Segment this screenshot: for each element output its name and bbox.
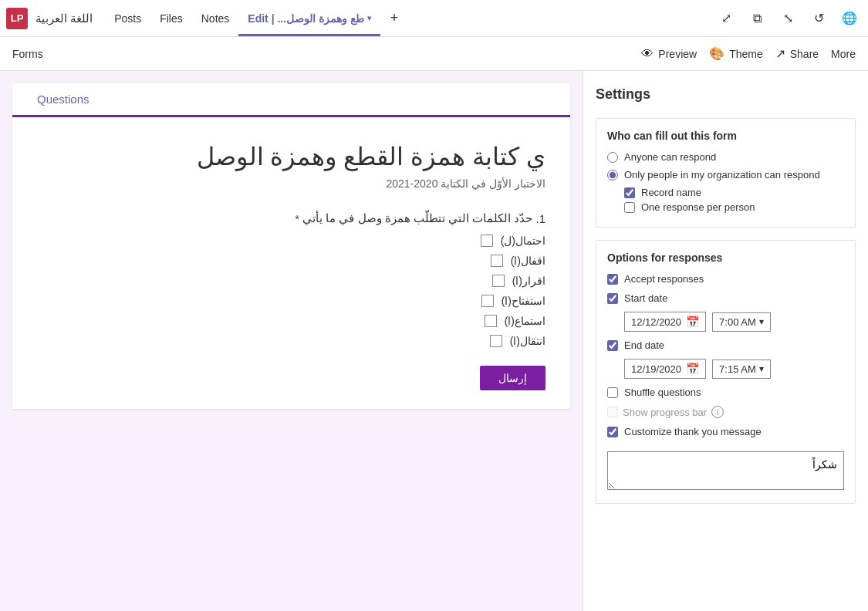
progress-bar-row: Show progress bar i — [607, 406, 844, 418]
form-content: ي كتابة همزة القطع وهمزة الوصل الاختبار … — [12, 117, 570, 409]
end-date-row[interactable]: End date — [607, 339, 844, 351]
accept-responses-row[interactable]: Accept responses — [607, 273, 844, 285]
form-title: ي كتابة همزة القطع وهمزة الوصل — [37, 142, 545, 171]
question-1: 1. حدّد الكلمات التي تتطلّب همزة وصل في … — [37, 211, 545, 347]
shuffle-row[interactable]: Shuffle questions — [607, 387, 844, 398]
start-time-chevron-icon: ▾ — [759, 316, 764, 327]
shuffle-label: Shuffle questions — [624, 387, 701, 398]
progress-bar-checkbox — [607, 407, 618, 417]
more-button[interactable]: More — [831, 48, 856, 60]
form-area: Questions ي كتابة همزة القطع وهمزة الوصل… — [12, 83, 570, 409]
anyone-radio[interactable] — [607, 152, 618, 163]
org-only-option[interactable]: Only people in my organization can respo… — [607, 169, 844, 181]
main-layout: Questions ي كتابة همزة القطع وهمزة الوصل… — [0, 71, 868, 611]
subheader-actions: 👁 Preview 🎨 Theme ↗ Share More — [641, 46, 856, 61]
customize-thankyou-checkbox[interactable] — [607, 427, 618, 437]
nav-edit[interactable]: Edit | ...طع وهمزة الوصل ▾ — [238, 0, 380, 36]
choice-3-checkbox[interactable] — [492, 275, 505, 287]
expand-icon[interactable]: ⤡ — [775, 6, 800, 31]
choice-2: اقفال(ا) — [37, 255, 545, 267]
choice-3-label: اقرار(ا) — [512, 275, 545, 287]
submit-button[interactable]: إرسال — [480, 366, 545, 390]
end-time-value: 7:15 AM — [719, 363, 756, 375]
globe-icon[interactable]: 🌐 — [837, 6, 862, 31]
end-date-input[interactable]: 12/19/2020 📅 — [624, 359, 706, 379]
choice-2-checkbox[interactable] — [491, 255, 503, 267]
theme-button[interactable]: 🎨 Theme — [709, 46, 763, 61]
choice-1-checkbox[interactable] — [481, 235, 493, 247]
thankyou-message-input[interactable]: شكراً — [607, 451, 844, 490]
choice-4-label: استفتاح(ا) — [502, 295, 545, 307]
start-date-input[interactable]: 12/12/2020 📅 — [624, 312, 706, 332]
progress-bar-label: Show progress bar — [623, 407, 707, 418]
topbar: LP اللغة العربية Posts Files Notes Edit … — [0, 0, 868, 37]
end-date-time-row: 12/19/2020 📅 7:15 AM ▾ — [624, 359, 844, 379]
accept-responses-label: Accept responses — [624, 273, 704, 285]
record-name-option[interactable]: Record name — [624, 187, 844, 198]
share-label: Share — [790, 48, 819, 60]
end-time-chevron-icon: ▾ — [759, 363, 764, 374]
start-date-label: Start date — [624, 292, 667, 304]
share-button[interactable]: ↗ Share — [775, 46, 819, 61]
choice-2-label: اقفال(ا) — [511, 255, 545, 267]
forms-title: Forms — [12, 48, 43, 60]
progress-bar-info-icon[interactable]: i — [711, 406, 724, 418]
question-1-label: 1. حدّد الكلمات التي تتطلّب همزة وصل في … — [37, 211, 545, 225]
nav-edit-label: Edit | ...طع وهمزة الوصل — [248, 12, 364, 25]
shuffle-checkbox[interactable] — [607, 387, 618, 398]
nav-files[interactable]: Files — [150, 0, 192, 36]
choice-5-label: استماع(ا) — [505, 315, 545, 327]
choice-1-label: احتمال(ل) — [501, 235, 545, 247]
choice-3: اقرار(ا) — [37, 275, 545, 287]
who-fill-section: Who can fill out this form Anyone can re… — [596, 118, 856, 228]
required-indicator: * — [295, 212, 299, 225]
start-time-value: 7:00 AM — [719, 316, 756, 328]
accept-responses-checkbox[interactable] — [607, 274, 618, 285]
preview-button[interactable]: 👁 Preview — [641, 47, 697, 61]
clipboard-icon[interactable]: ⧉ — [745, 6, 769, 31]
one-response-option[interactable]: One response per person — [624, 201, 844, 213]
end-time-input[interactable]: 7:15 AM ▾ — [712, 360, 771, 379]
choice-6-checkbox[interactable] — [490, 335, 502, 347]
org-radio[interactable] — [607, 170, 618, 181]
end-date-label: End date — [624, 339, 664, 351]
add-tab-button[interactable]: + — [383, 8, 405, 29]
one-response-label: One response per person — [641, 201, 755, 213]
end-date-value: 12/19/2020 — [631, 363, 681, 375]
left-panel: Questions ي كتابة همزة القطع وهمزة الوصل… — [0, 71, 583, 611]
anyone-label: Anyone can respond — [624, 151, 716, 163]
preview-icon: 👁 — [641, 47, 654, 61]
start-date-row[interactable]: Start date — [607, 292, 844, 304]
nav-notes[interactable]: Notes — [192, 0, 239, 36]
app-name: اللغة العربية — [35, 12, 93, 25]
one-response-checkbox[interactable] — [624, 202, 635, 213]
subheader: Forms 👁 Preview 🎨 Theme ↗ Share More — [0, 37, 868, 71]
start-date-time-row: 12/12/2020 📅 7:00 AM ▾ — [624, 312, 844, 332]
start-time-input[interactable]: 7:00 AM ▾ — [712, 312, 771, 332]
end-date-checkbox[interactable] — [607, 340, 618, 351]
topbar-actions: ⤢ ⧉ ⤡ ↺ 🌐 — [714, 6, 862, 31]
choice-5: استماع(ا) — [37, 315, 545, 327]
theme-label: Theme — [729, 48, 763, 60]
right-panel: Settings Who can fill out this form Anyo… — [583, 71, 868, 611]
choice-5-checkbox[interactable] — [485, 315, 497, 327]
choice-4: استفتاح(ا) — [37, 295, 545, 307]
app-logo: LP — [6, 8, 28, 29]
open-external-icon[interactable]: ⤢ — [714, 6, 738, 31]
nav-posts[interactable]: Posts — [105, 0, 150, 36]
refresh-icon[interactable]: ↺ — [806, 6, 831, 31]
options-title: Options for responses — [607, 251, 844, 264]
customize-thankyou-row[interactable]: Customize thank you message — [607, 426, 844, 437]
customize-thankyou-label: Customize thank you message — [624, 426, 762, 437]
theme-icon: 🎨 — [709, 46, 724, 61]
start-date-calendar-icon: 📅 — [686, 316, 699, 328]
tab-questions[interactable]: Questions — [12, 83, 114, 115]
choice-4-checkbox[interactable] — [481, 295, 494, 307]
record-name-checkbox[interactable] — [624, 187, 635, 198]
choice-1: احتمال(ل) — [37, 235, 545, 247]
choice-6-label: انتقال(ا) — [510, 335, 545, 347]
nav-edit-chevron: ▾ — [367, 14, 371, 22]
preview-label: Preview — [658, 48, 697, 60]
anyone-option[interactable]: Anyone can respond — [607, 151, 844, 163]
start-date-checkbox[interactable] — [607, 293, 618, 304]
